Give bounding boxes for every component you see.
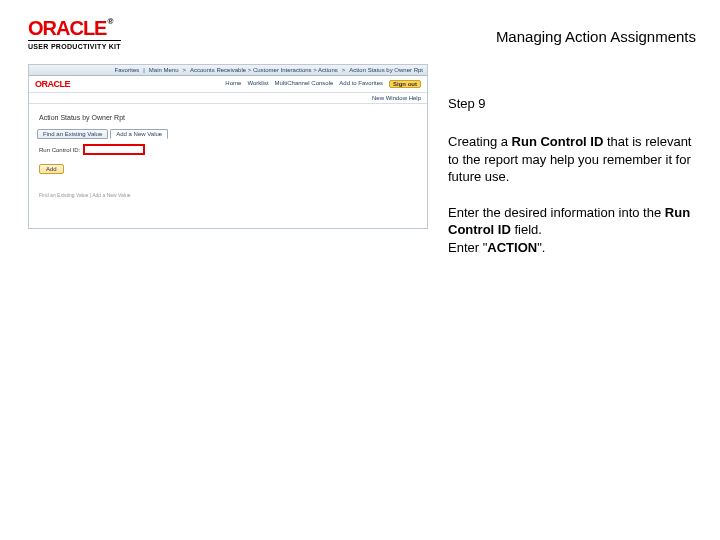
add-button[interactable]: Add [39,164,64,174]
nav-favorites[interactable]: Favorites [115,67,140,73]
oracle-logo: ORACLE® [28,18,121,38]
nav-page[interactable]: Action Status by Owner Rpt [349,67,423,73]
oracle-logo-small: ORACLE [35,79,70,89]
tab-row: Find an Existing Value Add a New Value [37,129,419,139]
text: Enter " [448,240,487,255]
bold-action-value: ACTION [487,240,537,255]
link-new-window[interactable]: New Window [372,95,407,101]
app-breadcrumb-bar: Favorites | Main Menu > Accounts Receiva… [29,65,427,76]
page-header: ORACLE® USER PRODUCTIVITY KIT Managing A… [0,0,720,58]
run-control-id-input[interactable] [84,145,144,154]
app-global-nav: Home Worklist MultiChannel Console Add t… [225,80,421,88]
nav-multichannel[interactable]: MultiChannel Console [275,80,334,88]
app-window: Favorites | Main Menu > Accounts Receiva… [28,64,428,229]
nav-worklist[interactable]: Worklist [247,80,268,88]
nav-main-menu[interactable]: Main Menu [149,67,179,73]
registered-mark: ® [107,17,112,26]
upk-subbrand: USER PRODUCTIVITY KIT [28,40,121,50]
run-control-label: Run Control ID: [39,147,80,153]
signout-button[interactable]: Sign out [389,80,421,88]
text: Creating a [448,134,512,149]
step-label: Step 9 [448,96,696,111]
instruction-paragraph-1: Creating a Run Control ID that is releva… [448,133,696,186]
link-help[interactable]: Help [409,95,421,101]
nav-path[interactable]: Accounts Receivable > Customer Interacti… [190,67,338,73]
app-body: Action Status by Owner Rpt Find an Exist… [29,104,427,228]
app-branding-bar: ORACLE Home Worklist MultiChannel Consol… [29,76,427,93]
bold-run-control-id: Run Control ID [512,134,604,149]
text: Enter the desired information into the [448,205,665,220]
nav-add-favorites[interactable]: Add to Favorites [339,80,383,88]
tab-add-new[interactable]: Add a New Value [110,129,168,139]
page-title: Managing Action Assignments [496,18,696,45]
app-subnav: New Window Help [29,93,427,104]
component-title: Action Status by Owner Rpt [39,114,419,121]
run-control-row: Run Control ID: [39,145,419,154]
instruction-paragraph-2: Enter the desired information into the R… [448,204,696,257]
tab-footer-links[interactable]: Find an Existing Value | Add a New Value [39,192,419,198]
instruction-panel: Step 9 Creating a Run Control ID that is… [448,64,696,256]
text: ". [537,240,545,255]
embedded-screenshot: Favorites | Main Menu > Accounts Receiva… [28,64,428,256]
text: field. [511,222,542,237]
oracle-wordmark: ORACLE [28,17,106,39]
tab-find-existing[interactable]: Find an Existing Value [37,129,108,139]
oracle-upk-logo: ORACLE® USER PRODUCTIVITY KIT [28,18,121,50]
nav-home[interactable]: Home [225,80,241,88]
